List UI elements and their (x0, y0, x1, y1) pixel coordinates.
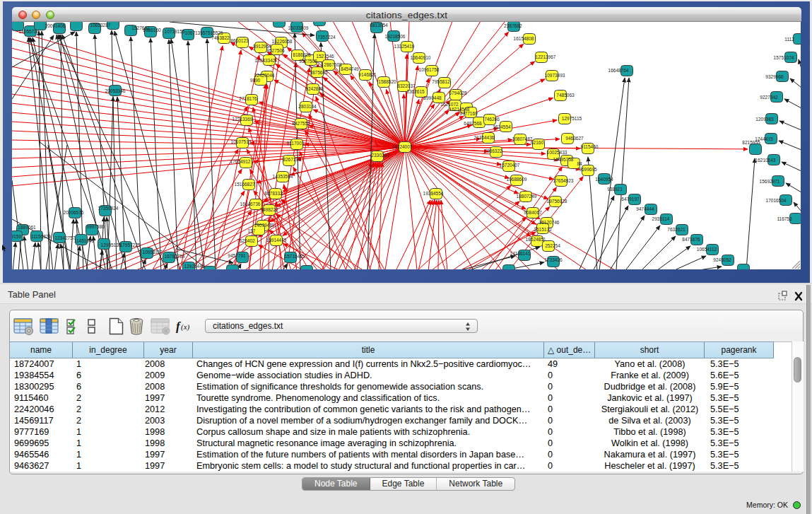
svg-text:10958117: 10958117 (143, 250, 163, 255)
svg-text:9890: 9890 (250, 78, 261, 83)
svg-text:10025433: 10025433 (547, 150, 567, 155)
svg-text:8215955: 8215955 (742, 140, 760, 145)
svg-text:2387682: 2387682 (504, 23, 522, 28)
svg-text:16154808: 16154808 (514, 36, 534, 41)
svg-text:3624554: 3624554 (493, 124, 511, 129)
svg-text:252254: 252254 (545, 243, 560, 248)
svg-text:1889061: 1889061 (18, 225, 36, 230)
svg-text:8813054: 8813054 (370, 23, 388, 28)
svg-text:19756928: 19756928 (547, 199, 567, 204)
svg-text:16210643: 16210643 (755, 158, 776, 163)
svg-text:7485063: 7485063 (556, 93, 575, 98)
svg-text:20053346: 20053346 (105, 88, 126, 93)
svg-text:16914479: 16914479 (266, 238, 287, 243)
svg-text:8471676: 8471676 (682, 237, 700, 242)
svg-text:9117001: 9117001 (287, 141, 305, 146)
svg-text:9329966: 9329966 (765, 74, 784, 79)
svg-text:9997586: 9997586 (86, 224, 105, 229)
svg-text:16033809: 16033809 (288, 25, 309, 30)
svg-text:9527508: 9527508 (299, 59, 317, 64)
svg-text:17359924: 17359924 (98, 206, 119, 211)
svg-text:18807249: 18807249 (517, 194, 537, 199)
svg-text:1621072: 1621072 (440, 102, 459, 107)
svg-text:10653287: 10653287 (90, 23, 111, 28)
svg-text:1615132: 1615132 (534, 227, 552, 232)
svg-text:3875685: 3875685 (310, 70, 328, 75)
svg-text:9527506: 9527506 (266, 48, 285, 53)
svg-text:7515526: 7515526 (205, 30, 223, 35)
svg-text:9474444: 9474444 (636, 206, 654, 211)
svg-text:16046736: 16046736 (240, 201, 261, 206)
svg-text:2803144: 2803144 (298, 104, 317, 109)
svg-text:12213967: 12213967 (536, 54, 556, 59)
svg-text:938921: 938921 (607, 187, 623, 192)
svg-text:116753: 116753 (777, 216, 792, 221)
svg-text:10807487: 10807487 (512, 136, 533, 141)
svg-text:15716485: 15716485 (285, 254, 305, 259)
svg-text:2867608: 2867608 (324, 62, 342, 67)
svg-text:9084067: 9084067 (524, 210, 542, 215)
svg-text:1209383: 1209383 (755, 117, 774, 122)
svg-text:8267130: 8267130 (283, 157, 301, 162)
svg-text:16120746: 16120746 (539, 220, 560, 225)
svg-text:20206576: 20206576 (64, 210, 84, 215)
svg-text:8454749: 8454749 (341, 66, 359, 71)
svg-text:7986322: 7986322 (484, 148, 502, 153)
svg-text:157: 157 (248, 228, 256, 233)
svg-text:9463627: 9463627 (565, 136, 584, 141)
svg-text:10654112: 10654112 (697, 247, 717, 252)
svg-text:10719155: 10719155 (165, 29, 185, 34)
svg-text:10671355: 10671355 (185, 30, 206, 35)
svg-text:13226058: 13226058 (272, 39, 293, 44)
svg-text:9227342: 9227342 (760, 95, 778, 100)
svg-text:6479197: 6479197 (621, 197, 640, 201)
svg-text:14055724: 14055724 (19, 29, 40, 34)
svg-text:1362615: 1362615 (406, 89, 425, 94)
svg-text:8427552: 8427552 (292, 121, 310, 126)
svg-text:9245052: 9245052 (713, 257, 731, 262)
svg-text:2330203: 2330203 (371, 153, 389, 158)
svg-text:17016504: 17016504 (766, 198, 787, 203)
svg-text:7955812: 7955812 (432, 79, 450, 84)
svg-text:1640954: 1640954 (595, 177, 613, 182)
svg-text:1588520: 1588520 (378, 79, 396, 84)
svg-text:7463822: 7463822 (211, 35, 230, 40)
svg-text:12975115: 12975115 (562, 116, 582, 121)
svg-text:3498222: 3498222 (260, 207, 278, 212)
svg-text:9115460: 9115460 (581, 144, 599, 149)
svg-text:19384554: 19384554 (423, 191, 444, 196)
svg-text:746266: 746266 (484, 117, 500, 122)
svg-text:39159: 39159 (12, 234, 21, 239)
svg-text:14099489: 14099489 (254, 223, 275, 228)
svg-text:15751074: 15751074 (774, 55, 794, 60)
svg-text:1527546: 1527546 (316, 54, 334, 59)
svg-text:12213369: 12213369 (233, 117, 253, 122)
svg-text:16782759: 16782759 (165, 254, 185, 259)
svg-text:9777169: 9777169 (459, 111, 478, 116)
svg-text:9699695: 9699695 (579, 167, 597, 172)
svg-text:13325419: 13325419 (394, 44, 415, 49)
svg-text:17654912: 17654912 (230, 159, 251, 164)
svg-text:6497568: 6497568 (464, 121, 482, 126)
svg-text:9242848: 9242848 (305, 86, 324, 91)
svg-text:1112: 1112 (784, 37, 794, 42)
svg-text:17654923: 17654923 (553, 178, 574, 183)
svg-text:6794028: 6794028 (449, 90, 467, 95)
svg-text:17957225: 17957225 (120, 243, 141, 247)
svg-text:9146821: 9146821 (358, 72, 377, 77)
svg-text:10543342: 10543342 (255, 58, 276, 63)
svg-text:21364436: 21364436 (474, 135, 495, 140)
svg-text:10961758: 10961758 (419, 67, 440, 72)
svg-text:19218506: 19218506 (385, 34, 406, 39)
svg-text:12905135: 12905135 (101, 243, 122, 247)
svg-text:(x): (x) (181, 322, 190, 332)
svg-text:16495758: 16495758 (553, 157, 574, 162)
svg-text:8678332: 8678332 (264, 191, 283, 196)
svg-text:8660123: 8660123 (230, 38, 249, 43)
svg-text:14353594: 14353594 (273, 174, 293, 179)
svg-text:16648764: 16648764 (608, 68, 629, 73)
svg-text:9457791: 9457791 (228, 253, 246, 258)
svg-text:6986160: 6986160 (143, 28, 161, 33)
svg-text:10688609: 10688609 (507, 177, 527, 182)
svg-text:15692971: 15692971 (760, 179, 780, 184)
